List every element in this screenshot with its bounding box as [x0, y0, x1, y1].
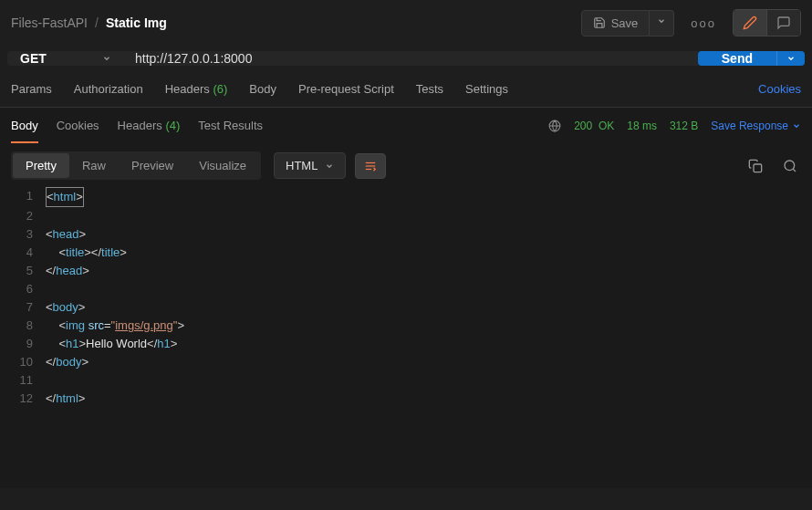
save-button[interactable]: Save	[581, 10, 651, 36]
resp-tab-testresults[interactable]: Test Results	[198, 109, 263, 143]
pencil-icon	[743, 16, 757, 30]
chevron-down-icon	[786, 54, 796, 63]
breadcrumb-sep: /	[95, 16, 99, 30]
tab-headers[interactable]: Headers (6)	[165, 82, 228, 96]
globe-icon[interactable]	[548, 120, 561, 132]
view-preview[interactable]: Preview	[119, 153, 186, 178]
comment-icon	[776, 16, 791, 30]
code-line: 8 <img src="imgs/g.png">	[0, 317, 812, 335]
response-time: 18 ms	[627, 120, 657, 132]
resp-tab-headers[interactable]: Headers (4)	[118, 109, 181, 143]
send-dropdown[interactable]	[776, 51, 805, 66]
code-line: 12</html>	[0, 390, 812, 408]
breadcrumb-collection[interactable]: Files-FastAPI	[11, 16, 88, 30]
code-line: 11	[0, 371, 812, 390]
code-line: 7<body>	[0, 298, 812, 317]
code-line: 2	[0, 207, 812, 225]
search-icon	[783, 159, 797, 173]
code-line: 6	[0, 280, 812, 298]
format-value: HTML	[286, 159, 318, 172]
chevron-down-icon	[657, 16, 666, 26]
breadcrumb-request[interactable]: Static Img	[106, 16, 167, 30]
resp-tab-cookies[interactable]: Cookies	[57, 109, 99, 143]
more-button[interactable]: ooo	[682, 11, 725, 36]
wrap-icon	[364, 161, 377, 172]
search-button[interactable]	[779, 155, 801, 177]
chevron-down-icon	[792, 121, 801, 130]
cookies-link[interactable]: Cookies	[758, 82, 801, 96]
save-response-button[interactable]: Save Response	[711, 120, 801, 132]
tab-body[interactable]: Body	[249, 82, 276, 96]
response-size: 312 B	[670, 120, 698, 132]
svg-point-6	[785, 161, 795, 171]
code-line: 10</body>	[0, 353, 812, 371]
tab-tests[interactable]: Tests	[416, 82, 443, 96]
tab-prerequest[interactable]: Pre-request Script	[298, 82, 394, 96]
svg-rect-5	[754, 164, 762, 172]
view-raw[interactable]: Raw	[69, 153, 119, 178]
breadcrumb: Files-FastAPI / Static Img	[11, 16, 167, 30]
method-value: GET	[20, 51, 47, 66]
code-line: 4 <title></title>	[0, 244, 812, 262]
format-select[interactable]: HTML	[274, 152, 346, 179]
tab-authorization[interactable]: Authorization	[74, 82, 143, 96]
url-input[interactable]	[124, 51, 698, 66]
tab-params[interactable]: Params	[11, 82, 52, 96]
response-body[interactable]: 1<html>23<head>4 <title></title>5</head>…	[0, 187, 812, 488]
comment-button[interactable]	[767, 10, 800, 36]
code-line: 9 <h1>Hello World</h1>	[0, 335, 812, 353]
copy-button[interactable]	[744, 155, 766, 177]
code-line: 1<html>	[0, 187, 812, 207]
save-icon	[593, 16, 606, 29]
send-button[interactable]: Send	[698, 51, 776, 66]
edit-mode-button[interactable]	[734, 10, 767, 36]
save-label: Save	[611, 16, 639, 30]
tab-settings[interactable]: Settings	[465, 82, 508, 96]
http-method-select[interactable]: GET	[7, 51, 124, 66]
status-code: 200 OK	[574, 120, 614, 132]
code-line: 3<head>	[0, 225, 812, 244]
save-dropdown[interactable]	[650, 10, 674, 36]
chevron-down-icon	[102, 54, 111, 63]
view-visualize[interactable]: Visualize	[186, 153, 259, 178]
chevron-down-icon	[325, 161, 334, 171]
resp-tab-body[interactable]: Body	[11, 109, 38, 143]
code-line: 5</head>	[0, 262, 812, 280]
copy-icon	[748, 159, 763, 173]
svg-line-7	[793, 169, 796, 172]
wrap-lines-button[interactable]	[355, 153, 386, 179]
view-pretty[interactable]: Pretty	[13, 153, 69, 178]
